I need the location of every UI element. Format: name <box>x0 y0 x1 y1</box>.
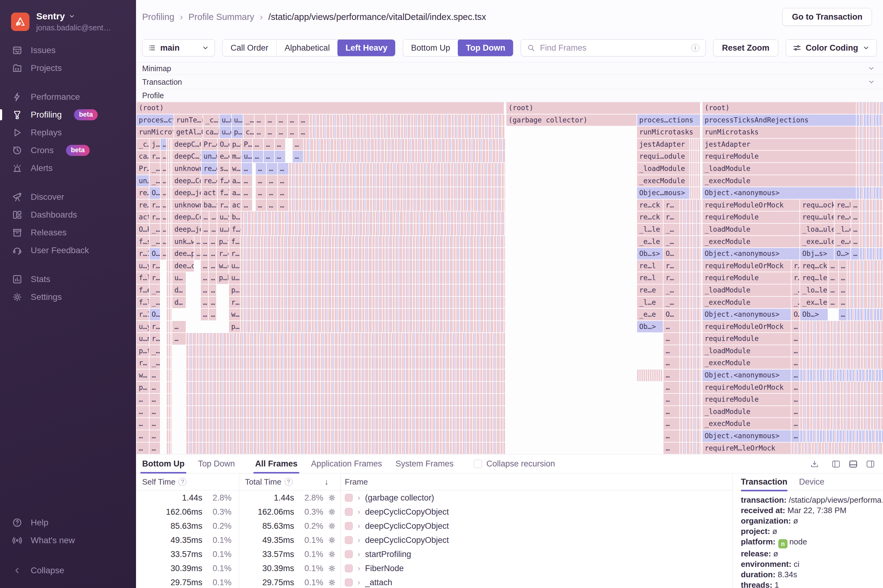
flame-frame[interactable] <box>690 151 700 162</box>
flame-frame[interactable]: … <box>137 442 149 454</box>
flame-frame[interactable]: Object.<anonymous> <box>703 430 791 442</box>
flame-frame[interactable]: … <box>664 345 679 357</box>
flame-frame[interactable]: … <box>256 163 266 175</box>
flame-frame[interactable]: … <box>276 114 287 126</box>
flame-frame[interactable] <box>800 333 883 345</box>
flame-frame[interactable]: r… <box>664 260 679 272</box>
flame-frame[interactable] <box>167 442 172 454</box>
flame-frame[interactable]: … <box>137 418 149 430</box>
flame-frame[interactable]: … <box>201 297 208 308</box>
flame-frame[interactable]: u…y <box>217 212 229 223</box>
gear-icon[interactable] <box>327 522 336 530</box>
flame-frame[interactable] <box>800 345 883 357</box>
flame-frame[interactable]: _c…st <box>203 114 219 126</box>
flame-frame[interactable]: … <box>791 345 799 357</box>
sidebar-item-help[interactable]: Help <box>0 514 136 531</box>
flame-frame[interactable]: ca…Fn <box>203 126 219 138</box>
flame-frame[interactable]: _… <box>664 224 679 236</box>
flame-frame[interactable]: … <box>209 248 216 260</box>
flame-frame[interactable]: p…t <box>229 285 240 296</box>
flame-frame[interactable]: _…e <box>150 297 160 308</box>
flame-frame[interactable] <box>680 224 701 236</box>
flame-frame[interactable] <box>241 321 505 333</box>
reset-zoom-button[interactable]: Reset Zoom <box>713 39 779 57</box>
flame-frame[interactable]: … <box>255 114 265 126</box>
flame-frame[interactable]: r… <box>150 321 160 333</box>
flame-frame[interactable]: … <box>267 163 277 175</box>
flame-frame[interactable]: _execModule <box>703 297 791 308</box>
flame-frame[interactable]: runMicrotasks <box>703 126 856 138</box>
flame-frame[interactable]: _loadModule <box>703 406 791 418</box>
flame-frame[interactable]: O…> <box>150 248 160 260</box>
flame-frame[interactable]: (root) <box>506 102 700 114</box>
flame-frame[interactable]: u… <box>242 151 252 162</box>
flame-frame[interactable] <box>857 187 883 199</box>
expand-chevron-icon[interactable]: › <box>358 494 360 502</box>
flame-frame[interactable]: … <box>275 139 285 150</box>
flame-frame[interactable]: act <box>137 212 149 223</box>
expand-chevron-icon[interactable]: › <box>358 578 360 587</box>
breadcrumb-profile-summary[interactable]: Profile Summary <box>189 12 254 22</box>
flame-frame[interactable]: … <box>253 151 263 162</box>
sidebar-item-dashboards[interactable]: Dashboards <box>0 206 136 224</box>
flame-frame[interactable]: … <box>828 285 838 296</box>
flame-frame[interactable]: _…e <box>150 285 160 296</box>
flame-frame[interactable] <box>680 248 701 260</box>
flame-frame[interactable] <box>186 442 505 454</box>
table-row[interactable]: 33.57ms0.1%33.57ms0.1%›startProfiling <box>136 547 732 561</box>
flame-frame[interactable] <box>847 260 883 272</box>
flame-frame[interactable]: … <box>201 212 209 223</box>
flame-frame[interactable]: re…r <box>137 200 149 211</box>
tab-bottom-up[interactable]: Bottom Up <box>142 459 185 469</box>
flame-frame[interactable] <box>680 345 701 357</box>
flame-frame[interactable]: … <box>161 236 166 248</box>
flame-frame[interactable] <box>800 382 883 393</box>
flame-frame[interactable] <box>186 345 505 357</box>
flame-frame[interactable]: … <box>264 139 274 150</box>
flame-frame[interactable]: … <box>664 369 679 381</box>
flame-frame[interactable]: _…e <box>150 236 160 248</box>
flame-frame[interactable]: … <box>299 126 309 138</box>
flame-frame[interactable]: r… <box>791 272 799 284</box>
flame-frame[interactable]: … <box>664 357 679 369</box>
flame-frame[interactable] <box>857 139 883 150</box>
total-time-header[interactable]: Total Time? <box>245 474 322 490</box>
gear-icon[interactable] <box>327 564 336 573</box>
flame-frame[interactable]: … <box>839 297 847 308</box>
flame-frame[interactable]: u…n <box>137 333 149 345</box>
go-to-transaction-button[interactable]: Go to Transaction <box>782 8 872 26</box>
flame-frame[interactable] <box>303 139 505 150</box>
org-switcher[interactable]: Sentry jonas.badalic@sent… <box>0 0 136 41</box>
flame-frame[interactable]: O…> <box>150 309 160 320</box>
sidebar-item-crons[interactable]: Cronsbeta <box>0 141 136 159</box>
flame-frame[interactable] <box>847 272 883 284</box>
flame-frame[interactable]: … <box>172 321 186 333</box>
flame-frame[interactable]: unknown <box>172 163 201 175</box>
flame-frame[interactable]: P… <box>242 139 252 150</box>
flame-frame[interactable]: O… <box>664 248 679 260</box>
flame-frame[interactable] <box>186 394 505 405</box>
flame-frame[interactable]: _execModule <box>703 357 791 369</box>
flame-frame[interactable]: (garbage collector) <box>506 114 637 126</box>
flame-frame[interactable]: r… <box>150 333 160 345</box>
flame-frame[interactable]: … <box>172 333 186 345</box>
flame-frame[interactable]: requireModule <box>703 272 791 284</box>
flame-frame[interactable] <box>167 139 172 150</box>
flame-frame[interactable] <box>186 369 505 381</box>
flame-frame[interactable]: r…1 <box>229 248 240 260</box>
flame-frame[interactable]: _loadModule <box>703 163 856 175</box>
info-icon[interactable]: i <box>691 44 700 52</box>
flame-frame[interactable]: dee…ct <box>172 260 194 272</box>
flame-frame[interactable]: _l…e <box>835 224 850 236</box>
flame-frame[interactable]: O…k <box>137 224 149 236</box>
sort-arrow-icon[interactable]: ↓ <box>324 474 337 490</box>
flame-frame[interactable]: re…ck <box>637 200 663 211</box>
flame-frame[interactable]: p…t <box>137 345 149 357</box>
flame-frame[interactable]: r… <box>664 272 679 284</box>
flame-frame[interactable]: s…r <box>218 163 229 175</box>
tab-top-down[interactable]: Top Down <box>198 459 235 469</box>
flame-frame[interactable]: _… <box>150 345 160 357</box>
flame-frame[interactable]: f…l <box>218 187 229 199</box>
flame-frame[interactable] <box>303 151 505 162</box>
flame-frame[interactable]: Pr…d <box>137 163 149 175</box>
